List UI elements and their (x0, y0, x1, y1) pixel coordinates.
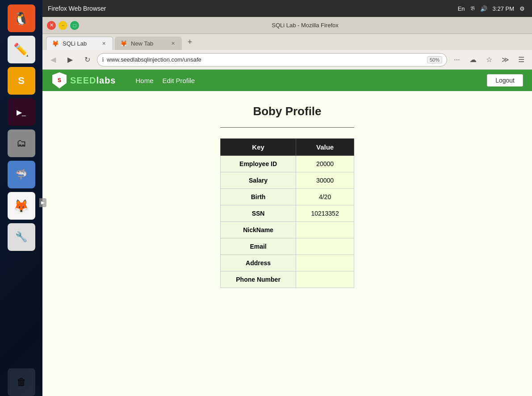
table-row: NickName (221, 222, 354, 238)
profile-table: Key Value Employee ID20000Salary30000Bir… (220, 138, 354, 288)
table-cell-value: 10213352 (296, 205, 354, 222)
main-content: Boby Profile Key Value Employee ID20000S… (42, 91, 532, 301)
maximize-window-button[interactable]: □ (70, 21, 79, 30)
home-link[interactable]: Home (136, 77, 154, 84)
volume-icon: 🔊 (480, 5, 487, 12)
sidebar-toggle[interactable]: ▶ (39, 198, 46, 207)
tab-newtab-label: New Tab (131, 40, 153, 47)
browser-window: ✕ − □ SQLi Lab - Mozilla Firefox 🦊 SQLi … (42, 17, 532, 396)
system-bar-right: En 𝔅 🔊 3:27 PM ⚙ (458, 5, 525, 12)
forward-button[interactable]: ▶ (63, 53, 77, 67)
logo-seed: SEED (70, 75, 96, 85)
table-cell-key: NickName (221, 222, 296, 238)
tab-newtab-close[interactable]: ✕ (169, 40, 176, 47)
tab-bar: 🦊 SQLi Lab ✕ 🦊 New Tab ✕ + (42, 34, 532, 50)
taskbar-terminal-icon[interactable]: ▶_ (8, 98, 35, 126)
nav-extra-buttons: ··· ☁ ☆ ≫ ☰ (450, 53, 528, 67)
firefox-favicon: 🦊 (52, 40, 59, 47)
table-cell-value (296, 271, 354, 288)
taskbar-trash-icon[interactable]: 🗑 (8, 368, 35, 396)
site-header: S SEEDlabs Home Edit Profile Logout (42, 70, 532, 91)
more-options-button[interactable]: ··· (450, 53, 464, 67)
table-cell-value (296, 222, 354, 238)
system-bar: Firefox Web Browser En 𝔅 🔊 3:27 PM ⚙ (42, 0, 532, 17)
table-cell-value: 20000 (296, 156, 354, 172)
reload-button[interactable]: ↻ (80, 53, 94, 67)
system-time: 3:27 PM (493, 5, 514, 12)
edit-profile-link[interactable]: Edit Profile (163, 77, 195, 84)
table-row: Phone Number (221, 271, 354, 288)
nav-bar: ◀ ▶ ↻ ℹ www.seedlabsqlinjection.com/unsa… (42, 50, 532, 70)
logo-labs: labs (96, 75, 116, 85)
site-logo: S SEEDlabs (51, 71, 116, 89)
table-cell-value: 4/20 (296, 189, 354, 205)
page-title: Boby Profile (253, 104, 321, 118)
taskbar-texteditor-icon[interactable]: ✏️ (8, 36, 35, 63)
table-cell-key: Phone Number (221, 271, 296, 288)
secure-icon: ℹ (102, 56, 104, 63)
title-bar: ✕ − □ SQLi Lab - Mozilla Firefox (42, 17, 532, 34)
taskbar-ubuntu-icon[interactable]: 🐧 (8, 4, 35, 32)
taskbar: 🐧 ✏️ S ▶_ 🗂 🦈 🦊 🔧 🗑 (0, 0, 42, 396)
table-row: Birth4/20 (221, 189, 354, 205)
keyboard-layout: En (458, 5, 465, 12)
back-button[interactable]: ◀ (46, 53, 60, 67)
taskbar-files-icon[interactable]: 🗂 (8, 129, 35, 157)
table-cell-value: 30000 (296, 172, 354, 189)
table-cell-key: Birth (221, 189, 296, 205)
taskbar-sublime-icon[interactable]: S (8, 67, 35, 95)
table-row: Salary30000 (221, 172, 354, 189)
close-window-button[interactable]: ✕ (47, 21, 56, 30)
title-divider (220, 127, 354, 128)
bookmark-button[interactable]: ☆ (482, 53, 496, 67)
table-row: SSN10213352 (221, 205, 354, 222)
table-cell-value (296, 255, 354, 271)
bluetooth-icon: 𝔅 (470, 5, 475, 12)
tab-sqli[interactable]: 🦊 SQLi Lab ✕ (46, 37, 113, 50)
taskbar-settings-icon[interactable]: 🔧 (8, 223, 35, 251)
taskbar-wireshark-icon[interactable]: 🦈 (8, 161, 35, 188)
table-cell-key: Address (221, 255, 296, 271)
svg-text:S: S (58, 77, 61, 83)
col-header-key: Key (221, 139, 296, 156)
system-bar-title: Firefox Web Browser (48, 5, 106, 12)
taskbar-firefox-icon[interactable]: 🦊 (8, 192, 35, 220)
newtab-favicon: 🦊 (120, 40, 127, 47)
table-row: Employee ID20000 (221, 156, 354, 172)
pocket-button[interactable]: ☁ (466, 53, 480, 67)
table-cell-key: Employee ID (221, 156, 296, 172)
site-nav: Home Edit Profile (136, 77, 195, 84)
table-cell-key: Salary (221, 172, 296, 189)
table-row: Address (221, 255, 354, 271)
window-controls: ✕ − □ (47, 21, 79, 30)
col-header-value: Value (296, 139, 354, 156)
tab-newtab[interactable]: 🦊 New Tab ✕ (115, 37, 182, 50)
menu-button[interactable]: ☰ (514, 53, 528, 67)
overflow-button[interactable]: ≫ (498, 53, 512, 67)
table-cell-key: SSN (221, 205, 296, 222)
table-cell-value (296, 238, 354, 255)
browser-title: SQLi Lab - Mozilla Firefox (83, 22, 528, 29)
page-content: S SEEDlabs Home Edit Profile Logout Boby… (42, 70, 532, 396)
zoom-level[interactable]: 50% (427, 56, 442, 63)
table-row: Email (221, 238, 354, 255)
logo-text: SEEDlabs (70, 75, 116, 86)
table-cell-key: Email (221, 238, 296, 255)
settings-icon: ⚙ (519, 5, 525, 12)
new-tab-button[interactable]: + (184, 36, 196, 48)
url-display: www.seedlabsqlinjection.com/unsafe (107, 56, 424, 63)
minimize-window-button[interactable]: − (59, 21, 67, 30)
tab-sqli-label: SQLi Lab (63, 40, 87, 47)
tab-sqli-close[interactable]: ✕ (100, 40, 107, 47)
logout-button[interactable]: Logout (487, 74, 523, 87)
address-bar[interactable]: ℹ www.seedlabsqlinjection.com/unsafe 50% (97, 53, 447, 67)
logo-shield-icon: S (51, 71, 67, 89)
